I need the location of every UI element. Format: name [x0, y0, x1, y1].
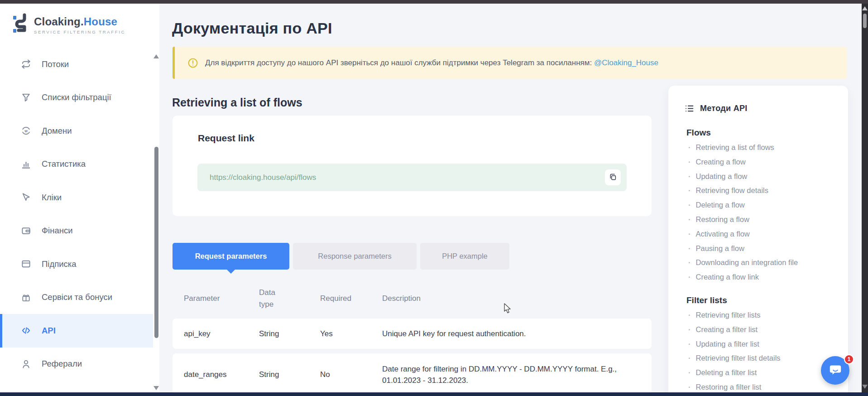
telegram-support-link[interactable]: @Cloaking_House [594, 58, 658, 67]
api-methods-title: Методи API [700, 104, 748, 113]
sidebar-item-label: Сервіси та бонуси [42, 292, 112, 302]
sidebar-item-label: Підписка [42, 259, 77, 269]
cell-required: Yes [320, 329, 382, 338]
sidebar-item[interactable]: Сервіси та бонуси [0, 281, 153, 314]
bullet: · [688, 230, 691, 238]
method-link[interactable]: ·Retrieving flow details [688, 184, 848, 198]
app-window: Cloaking.House SERVICE FILTERING TRAFFIC… [0, 0, 868, 396]
sidebar-item[interactable]: Кліки [0, 181, 153, 214]
method-link[interactable]: ·Activating a flow [688, 227, 848, 241]
page-scrollbar[interactable] [862, 4, 868, 392]
method-link[interactable]: ·Deleting a flow [688, 198, 848, 212]
tab[interactable]: Request parameters [173, 243, 289, 270]
method-link[interactable]: ·Creating a flow link [688, 270, 848, 285]
sidebar-item-label: Статистика [42, 159, 86, 169]
bullet: · [688, 273, 691, 281]
cell-data-type: String [259, 329, 320, 338]
sidebar-item[interactable]: Списки фільтрації [0, 81, 153, 115]
sidebar-scroll-up-arrow[interactable] [153, 54, 159, 58]
table-row: date_ranges String No Date range for fil… [173, 353, 652, 392]
sidebar-item-label: Фінанси [42, 226, 72, 236]
referrals-icon [21, 359, 31, 369]
bullet: · [688, 158, 691, 166]
tab-label: Response parameters [318, 252, 391, 261]
method-link[interactable]: ·Updating a filter list [688, 337, 848, 352]
clicks-icon [21, 192, 31, 203]
method-link[interactable]: ·Retrieving a list of flows [688, 140, 848, 155]
api-access-banner: Для відкриття доступу до нашого API звер… [173, 47, 847, 79]
tab-label: Request parameters [195, 252, 267, 261]
cloaking-house-logo-icon [13, 13, 28, 37]
bullet: · [688, 244, 691, 252]
tab[interactable]: Response parameters [293, 243, 417, 270]
chat-bubble-icon [828, 362, 843, 379]
sidebar-menu: Потоки Списки фільтрації w Домени Статис… [0, 48, 153, 381]
chat-notification-badge: 1 [844, 354, 854, 364]
request-url: https://cloaking.house/api/flows [210, 173, 316, 182]
bullet: · [688, 354, 691, 362]
sidebar-item[interactable]: API [0, 314, 153, 348]
parameter-tabs: Request parameters Response parameters P… [173, 243, 509, 270]
sidebar-scroll-down-arrow[interactable] [153, 386, 159, 390]
section-title: Retrieving a list of flows [172, 96, 302, 109]
request-link-title: Request link [198, 133, 254, 144]
mouse-cursor [504, 303, 513, 316]
bullet: · [688, 340, 691, 348]
column-header-description: Description [382, 293, 421, 304]
sidebar-item[interactable]: w Домени [0, 114, 153, 148]
subscription-icon [21, 259, 31, 269]
cell-description: Unique API key for request authenticatio… [382, 328, 618, 339]
list-icon [685, 104, 694, 113]
bullet: · [688, 325, 691, 333]
page-scrollbar-thumb[interactable] [863, 14, 867, 28]
request-link-card: Request link https://cloaking.house/api/… [173, 116, 652, 216]
page-scroll-down-arrow[interactable] [862, 385, 868, 389]
sidebar: Cloaking.House SERVICE FILTERING TRAFFIC… [0, 4, 159, 392]
method-link[interactable]: ·Pausing a flow [688, 241, 848, 256]
tab-label: PHP example [442, 252, 488, 261]
finance-icon [21, 226, 31, 236]
sidebar-item[interactable]: Статистика [0, 148, 153, 181]
page-title: Документація по API [172, 19, 332, 37]
sidebar-item-label: Реферали [42, 359, 82, 369]
warning-icon [187, 58, 198, 68]
cell-parameter: date_ranges [184, 370, 259, 379]
method-link[interactable]: ·Retrieving filter lists [688, 308, 848, 323]
request-url-box: https://cloaking.house/api/flows [197, 164, 627, 191]
cell-parameter: api_key [184, 329, 259, 338]
page-scroll-up-arrow[interactable] [862, 6, 868, 10]
sidebar-scrollbar-thumb[interactable] [154, 147, 158, 338]
sidebar-item[interactable]: Потоки [0, 48, 153, 81]
method-link[interactable]: ·Updating a flow [688, 169, 848, 184]
methods-section-flows: Flows [686, 128, 848, 138]
logo[interactable]: Cloaking.House SERVICE FILTERING TRAFFIC [13, 13, 125, 37]
api-methods-header: Методи API [668, 86, 848, 113]
column-header-data-type: Data type [259, 287, 287, 310]
bullet: · [688, 172, 691, 180]
logo-tagline: SERVICE FILTERING TRAFFIC [34, 29, 125, 34]
cell-data-type: String [259, 370, 320, 379]
table-row: api_key String Yes Unique API key for re… [173, 319, 652, 349]
method-link[interactable]: ·Downloading an integration file [688, 256, 848, 270]
sidebar-item-label: Кліки [42, 193, 62, 203]
method-link[interactable]: ·Creating a filter list [688, 323, 848, 337]
sidebar-item[interactable]: Підписка [0, 247, 153, 281]
api-icon [21, 325, 31, 336]
method-link[interactable]: ·Creating a flow [688, 155, 848, 169]
bullet: · [688, 186, 691, 194]
bullet: · [688, 215, 691, 223]
sidebar-item[interactable]: Фінанси [0, 214, 153, 248]
method-link[interactable]: ·Restoring a flow [688, 212, 848, 227]
copy-icon [609, 173, 617, 183]
copy-url-button[interactable] [605, 169, 621, 185]
bullet: · [688, 311, 691, 319]
sidebar-item[interactable]: Реферали [0, 348, 153, 381]
parameters-table: api_key String Yes Unique API key for re… [173, 319, 652, 392]
tab[interactable]: PHP example [420, 243, 509, 270]
bullet: · [688, 383, 691, 391]
bullet: · [688, 143, 691, 151]
logo-name: Cloaking.House [34, 16, 125, 28]
flows-icon [21, 59, 31, 69]
method-link[interactable]: ·Restoring a filter list [688, 380, 848, 392]
sidebar-item-label: Потоки [42, 59, 69, 69]
